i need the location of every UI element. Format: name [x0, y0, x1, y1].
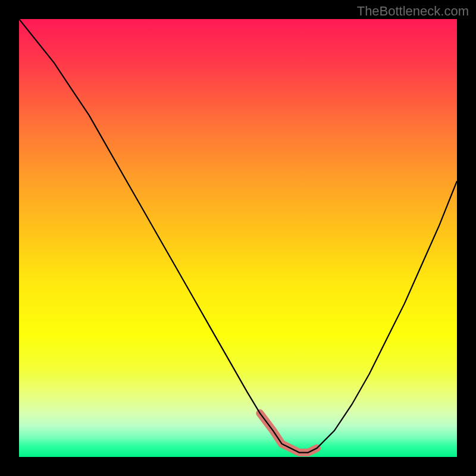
chart-svg: [19, 19, 457, 457]
chart-plot-area: [19, 19, 457, 457]
bottleneck-curve-line: [19, 19, 457, 453]
watermark-text: TheBottleneck.com: [357, 4, 469, 19]
